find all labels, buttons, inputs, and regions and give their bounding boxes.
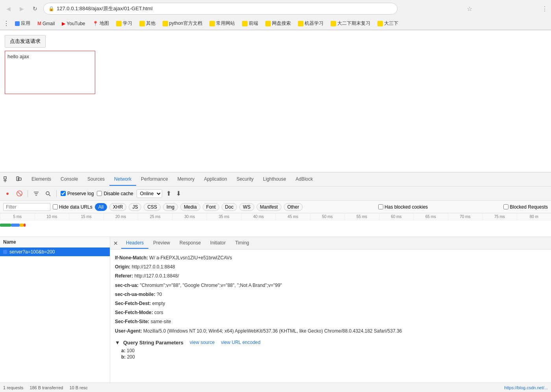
filter-font[interactable]: Font (203, 203, 219, 211)
detail-tab-preview[interactable]: Preview (148, 238, 175, 249)
tab-sources[interactable]: Sources (83, 173, 109, 186)
element-picker-button[interactable] (2, 174, 12, 185)
timeline-bar-wait (20, 224, 24, 227)
detail-tab-bar: ✕ Headers Preview Response Initiator Tim… (110, 237, 551, 250)
disable-cache-checkbox[interactable] (97, 191, 102, 196)
back-button[interactable]: ◀ (3, 4, 13, 14)
bookmark-apps[interactable]: 应用 (12, 19, 33, 28)
bookmark-youtube[interactable]: ▶ YouTube (59, 20, 88, 28)
mark-65ms: 65 ms (413, 213, 448, 220)
bookmark-baidu[interactable]: 网盘搜索 (262, 19, 294, 28)
tab-adblock[interactable]: AdBlock (291, 173, 318, 186)
preserve-log-checkbox[interactable] (61, 191, 66, 196)
transferred-size: 186 B transferred (30, 385, 63, 390)
tab-lighthouse[interactable]: Lighthouse (258, 173, 291, 186)
upload-button[interactable]: ⬆ (165, 190, 172, 197)
record-button[interactable]: ● (3, 189, 12, 198)
preserve-log-label[interactable]: Preserve log (61, 191, 94, 196)
tab-application[interactable]: Application (199, 173, 232, 186)
bookmark-study[interactable]: 学习 (113, 19, 135, 28)
header-sec-ch-ua-mobile: sec-ch-ua-mobile: ?0 (115, 291, 546, 298)
disable-cache-label[interactable]: Disable cache (97, 191, 133, 196)
bookmark-other[interactable]: 其他 (136, 19, 159, 28)
detail-tab-response[interactable]: Response (175, 238, 205, 249)
blocked-requests-label[interactable]: Blocked Requests (503, 204, 548, 210)
filter-all[interactable]: All (95, 203, 107, 211)
filter-xhr[interactable]: XHR (109, 203, 126, 211)
qs-view-url-encoded-link[interactable]: view URL encoded (221, 340, 260, 345)
filter-js[interactable]: JS (129, 203, 141, 211)
bookmark-gmail[interactable]: M Gmail (34, 20, 58, 28)
header-key-site: Sec-Fetch-Site: (115, 319, 149, 324)
qs-view-source-link[interactable]: view source (190, 340, 214, 345)
header-val-dest: empty (152, 301, 165, 306)
header-val-site: same-site (151, 319, 171, 324)
blocked-cookies-label[interactable]: Has blocked cookies (378, 204, 428, 210)
tab-network[interactable]: Network (109, 173, 136, 186)
devtools-tab-bar: Elements Console Sources Network Perform… (0, 172, 551, 187)
forward-button[interactable]: ▶ (17, 4, 27, 14)
timeline-bar-connect (11, 224, 20, 227)
bookmark-review[interactable]: 大二下期末复习 (327, 19, 373, 28)
tab-console[interactable]: Console (56, 173, 83, 186)
search-button[interactable] (44, 189, 52, 198)
network-throttle-select[interactable]: Online (137, 189, 162, 198)
bookmark-senior[interactable]: 大三下 (374, 19, 401, 28)
name-panel-header: Name (0, 237, 110, 248)
toolbar-separator-1 (28, 190, 28, 197)
blocked-requests-checkbox[interactable] (503, 204, 508, 209)
reload-button[interactable]: ↻ (30, 4, 40, 14)
filter-img[interactable]: Img (163, 203, 178, 211)
mark-10ms: 10 ms (35, 213, 69, 220)
query-string-section: ▼ Query String Parameters view source vi… (115, 338, 546, 360)
device-toolbar-button[interactable] (13, 174, 24, 185)
filter-media[interactable]: Media (180, 203, 200, 211)
devtools-panel: Elements Console Sources Network Perform… (0, 172, 551, 392)
detail-close-button[interactable]: ✕ (110, 238, 121, 249)
devtools-toolbar: ● 🚫 Preserve log Disable cache Online ⬆ … (0, 187, 551, 201)
hide-data-label[interactable]: Hide data URLs (53, 204, 92, 210)
detail-tab-headers[interactable]: Headers (121, 238, 148, 249)
bookmark-common[interactable]: 常用网站 (206, 19, 238, 28)
tab-memory[interactable]: Memory (173, 173, 199, 186)
filter-css[interactable]: CSS (144, 203, 161, 211)
tab-security[interactable]: Security (232, 173, 258, 186)
clear-button[interactable]: 🚫 (15, 189, 24, 198)
mark-50ms: 50 ms (310, 213, 345, 220)
star-button[interactable]: ☆ (467, 5, 472, 13)
mark-80ms: 80 m (517, 213, 551, 220)
header-referer: Referer: http://127.0.0.1:8848/ (115, 272, 546, 280)
address-bar[interactable]: 🔒 127.0.0.1:8848/ajax/原生ajax/01-GET.html (43, 3, 398, 15)
bookmark-frontend[interactable]: 前端 (239, 19, 261, 28)
svg-line-9 (49, 194, 51, 196)
filter-manifest[interactable]: Manifest (257, 203, 281, 211)
header-val-mobile: ?0 (157, 292, 162, 297)
filter-doc[interactable]: Doc (222, 203, 237, 211)
download-button[interactable]: ⬇ (175, 190, 182, 197)
tab-elements[interactable]: Elements (27, 173, 56, 186)
maps-icon: 📍 (92, 21, 98, 26)
tab-performance[interactable]: Performance (136, 173, 173, 186)
detail-tab-timing[interactable]: Timing (230, 238, 254, 249)
bookmark-ml[interactable]: 机器学习 (295, 19, 327, 28)
filter-input[interactable] (3, 203, 50, 211)
apps-icon[interactable]: ⋮ (3, 20, 9, 27)
filter-button[interactable] (32, 189, 41, 198)
hide-data-checkbox[interactable] (53, 204, 58, 209)
header-sec-fetch-mode: Sec-Fetch-Mode: cors (115, 309, 546, 316)
bookmark-maps[interactable]: 📍 地图 (89, 19, 112, 28)
bookmark-python[interactable]: python官方文档 (159, 19, 205, 28)
send-request-button[interactable]: 点击发送请求 (5, 35, 46, 48)
query-string-header[interactable]: ▼ Query String Parameters view source vi… (115, 338, 546, 347)
apps-grid-icon (15, 21, 20, 26)
network-row-server[interactable]: server?a=100&b=200 (0, 248, 110, 256)
filter-other[interactable]: Other (284, 203, 303, 211)
filter-ws[interactable]: WS (239, 203, 254, 211)
more-button[interactable]: ⋮ (542, 5, 548, 13)
detail-tab-initiator[interactable]: Initiator (205, 238, 230, 249)
header-key-referer: Referer: (115, 273, 133, 279)
status-link[interactable]: https://blog.csdn.net/... (504, 385, 548, 390)
header-key-mode: Sec-Fetch-Mode: (115, 310, 153, 315)
response-text: hello ajax (7, 54, 29, 59)
blocked-cookies-checkbox[interactable] (378, 204, 383, 209)
